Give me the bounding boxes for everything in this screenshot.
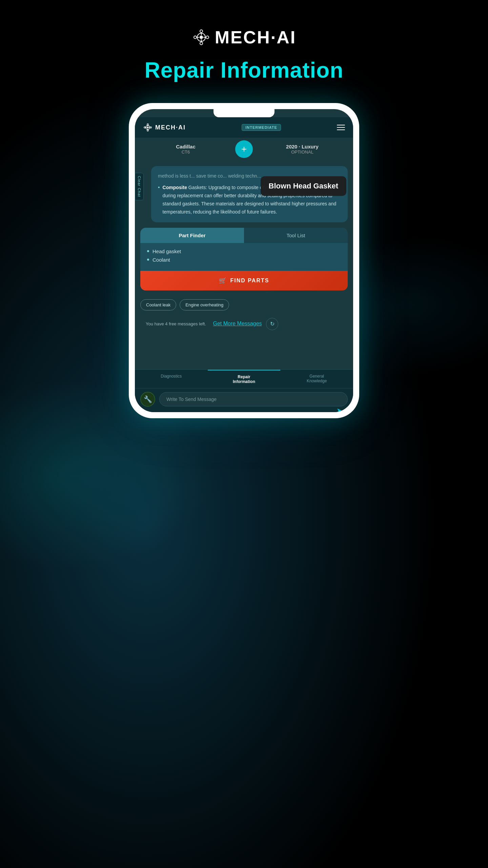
message-input-wrapper: Write To Send Message ➤ bbox=[159, 392, 348, 406]
parts-list: Head gasket Coolant bbox=[140, 243, 348, 271]
app-logo-icon bbox=[143, 123, 152, 132]
svg-point-14 bbox=[150, 127, 151, 128]
svg-point-19 bbox=[147, 127, 149, 128]
phone-mockup: MECH·AI INTERMEDIATE Cadillac CT6 bbox=[129, 103, 359, 418]
part-name-2: Coolant bbox=[152, 257, 170, 263]
nav-repair-label: RepairInformation bbox=[210, 375, 278, 384]
vehicle-left[interactable]: Cadillac CT6 bbox=[140, 144, 231, 155]
find-parts-button[interactable]: 🛒 FIND PARTS bbox=[140, 271, 348, 290]
tab-part-finder[interactable]: Part Finder bbox=[140, 228, 244, 243]
vehicle-right[interactable]: 2020 · Luxury OPTIONAL bbox=[257, 144, 348, 155]
send-icon: ➤ bbox=[337, 407, 342, 412]
send-button[interactable]: ➤ bbox=[337, 406, 342, 412]
svg-point-4 bbox=[206, 36, 209, 39]
vehicle-trim: OPTIONAL bbox=[257, 149, 348, 155]
nav-general-knowledge[interactable]: GeneralKnowledge bbox=[280, 370, 353, 388]
part-name-1: Head gasket bbox=[152, 248, 181, 254]
svg-point-13 bbox=[144, 127, 145, 128]
tab-tool-list[interactable]: Tool List bbox=[244, 228, 348, 243]
svg-point-3 bbox=[194, 36, 197, 39]
part-bullet-1 bbox=[147, 250, 149, 252]
svg-point-1 bbox=[200, 30, 203, 33]
part-item-head-gasket: Head gasket bbox=[147, 248, 341, 254]
add-vehicle-button[interactable]: + bbox=[235, 140, 253, 158]
suggestion-coolant-leak[interactable]: Coolant leak bbox=[140, 299, 176, 310]
svg-point-11 bbox=[147, 124, 148, 125]
logo-area: MECH·AI bbox=[192, 27, 297, 47]
app-name: MECH·AI bbox=[215, 27, 297, 47]
menu-line-3 bbox=[337, 129, 345, 130]
vehicle-model: CT6 bbox=[140, 149, 231, 155]
vehicle-make: Cadillac bbox=[140, 144, 231, 149]
message-input-area: 🔧 Write To Send Message ➤ bbox=[135, 388, 353, 412]
clear-chat-button[interactable]: Clear Chat bbox=[135, 173, 144, 200]
chat-area: Clear Chat Blown Head Gasket method is l… bbox=[135, 166, 353, 369]
svg-point-12 bbox=[147, 130, 148, 131]
vehicle-selector: Cadillac CT6 + 2020 · Luxury OPTIONAL bbox=[135, 138, 353, 161]
chat-text-fade: method is less t... save time co... weld… bbox=[158, 173, 261, 179]
message-input[interactable]: Write To Send Message bbox=[159, 392, 348, 406]
part-item-coolant: Coolant bbox=[147, 257, 341, 263]
menu-button[interactable] bbox=[337, 125, 345, 130]
menu-line-1 bbox=[337, 125, 345, 125]
blown-head-gasket-tooltip: Blown Head Gasket bbox=[261, 176, 346, 196]
suggestions-row: Coolant leak Engine overheating bbox=[135, 295, 353, 315]
refresh-button[interactable]: ↻ bbox=[266, 318, 278, 330]
page-title: Repair Information bbox=[145, 58, 344, 83]
nav-diagnostics[interactable]: Diagnostics bbox=[135, 370, 208, 388]
find-parts-label: FIND PARTS bbox=[230, 278, 269, 284]
svg-point-2 bbox=[200, 42, 203, 45]
menu-line-2 bbox=[337, 127, 345, 128]
get-more-messages-link[interactable]: Get More Messages bbox=[213, 321, 262, 326]
difficulty-badge: INTERMEDIATE bbox=[242, 124, 281, 131]
nav-diagnostics-label: Diagnostics bbox=[138, 374, 205, 379]
app-name-header: MECH·AI bbox=[155, 124, 186, 131]
refresh-icon: ↻ bbox=[270, 321, 274, 327]
bullet-label-text: Gaskets: bbox=[188, 185, 207, 190]
bullet-bold-word: Composite bbox=[163, 185, 187, 190]
suggestion-engine-overheating[interactable]: Engine overheating bbox=[180, 299, 229, 310]
app-logo: MECH·AI bbox=[143, 123, 186, 132]
obd-avatar: 🔧 bbox=[140, 392, 155, 407]
cart-icon: 🛒 bbox=[219, 277, 226, 284]
bullet-dot: • bbox=[158, 184, 160, 216]
vehicle-year: 2020 · Luxury bbox=[257, 144, 348, 149]
free-messages-text: You have 4 free messages left. bbox=[140, 319, 211, 330]
phone-notch bbox=[214, 109, 274, 117]
free-messages-bar: You have 4 free messages left. Get More … bbox=[135, 315, 353, 334]
part-finder-card: Part Finder Tool List Head gasket Coolan… bbox=[140, 228, 348, 290]
svg-point-9 bbox=[200, 36, 203, 39]
mech-ai-logo-icon bbox=[192, 28, 211, 47]
bottom-navigation: Diagnostics RepairInformation GeneralKno… bbox=[135, 369, 353, 388]
obd-icon: 🔧 bbox=[144, 395, 152, 403]
app-header: MECH·AI INTERMEDIATE bbox=[135, 117, 353, 138]
part-finder-tabs: Part Finder Tool List bbox=[140, 228, 348, 243]
part-bullet-2 bbox=[147, 259, 149, 261]
nav-general-label: GeneralKnowledge bbox=[283, 374, 350, 383]
nav-repair-information[interactable]: RepairInformation bbox=[208, 370, 281, 388]
